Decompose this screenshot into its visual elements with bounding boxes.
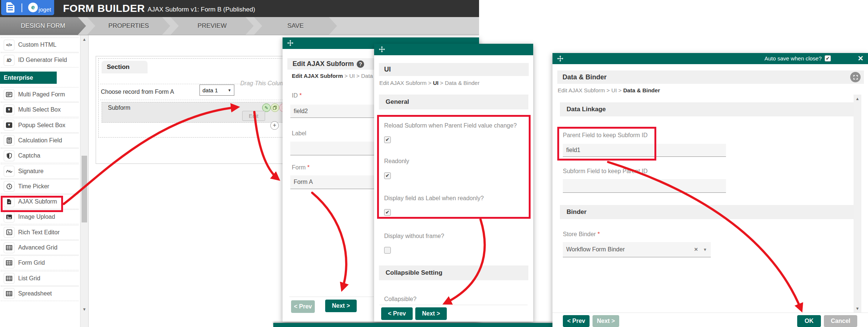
dialog3-next-button[interactable]: Next >	[593, 315, 619, 327]
label-field-input[interactable]	[290, 142, 378, 155]
sidebar-item-label: Popup Select Box	[18, 122, 65, 129]
section-title[interactable]: Section	[102, 61, 148, 73]
record-select[interactable]: data 1 ▼	[199, 85, 234, 96]
sidebar-item-advanced-grid[interactable]: Advanced Grid	[1, 240, 79, 255]
ok-button[interactable]: OK	[797, 315, 821, 327]
sidebar-item-label: ID Generator Field	[18, 57, 67, 63]
scroll-up-icon[interactable]: ▲	[854, 95, 861, 102]
dialog1-breadcrumb[interactable]: Edit AJAX Subform > UI > Data &	[292, 73, 378, 79]
dialog-data-binder: Auto save when close? ✕ Data & Binder Ed…	[552, 53, 868, 327]
expand-icon[interactable]	[850, 72, 861, 82]
subform-field-input[interactable]	[563, 179, 726, 193]
store-binder-label: Store Binder *	[563, 231, 600, 238]
sidebar-item-multi-paged-form[interactable]: Multi Paged Form	[1, 87, 79, 102]
section-binder: Binder	[560, 205, 859, 219]
sidebar-item-label: Form Grid	[18, 260, 45, 266]
add-column-button[interactable]: +	[270, 121, 279, 130]
autosave-checkbox[interactable]	[825, 55, 831, 62]
tab-save[interactable]: SAVE	[254, 17, 337, 35]
readonly-question-label: Readonly	[384, 158, 409, 165]
tab-design-form[interactable]: DESIGN FORM	[0, 17, 86, 35]
dialog3-breadcrumb[interactable]: Edit AJAX Subform > UI > Data & Binder	[558, 87, 660, 93]
richtext-icon	[4, 227, 14, 238]
clock-icon	[4, 181, 14, 192]
selectbox-icon: ▼	[4, 120, 14, 131]
tab-properties[interactable]: PROPERTIES	[87, 17, 170, 35]
id-field-input[interactable]: field2	[290, 105, 378, 118]
dialog2-breadcrumb[interactable]: Edit AJAX Subform > UI > Data & Binder	[379, 80, 479, 86]
sidebar-item-label: Time Picker	[18, 183, 49, 190]
subform-element-label: Subform	[108, 105, 130, 111]
sidebar-item-captcha[interactable]: Captcha	[1, 148, 79, 163]
dialog1-next-button[interactable]: Next >	[325, 300, 357, 312]
id-icon: ID	[4, 55, 14, 66]
readonly-checkbox[interactable]	[384, 172, 391, 179]
dialog2-titlebar[interactable]	[374, 44, 533, 55]
grid-icon	[4, 258, 14, 268]
display-label-checkbox[interactable]	[384, 209, 391, 216]
sidebar-scrollbar[interactable]: ▲ ▼	[80, 35, 89, 327]
tab-preview[interactable]: PREVIEW	[171, 17, 254, 35]
dialog3-titlebar[interactable]: Auto save when close? ✕	[552, 53, 868, 64]
sidebar-item-image-upload[interactable]: Image Upload	[1, 209, 79, 224]
sidebar-item-popup-select-box[interactable]: ▼Popup Select Box	[1, 118, 79, 133]
dialog3-scrollbar[interactable]: ▲ ▼	[854, 95, 861, 313]
scroll-up-icon[interactable]: ▲	[80, 36, 88, 43]
clear-icon[interactable]: ×	[694, 246, 698, 253]
section-collapsible: Collapsible Setting	[379, 265, 528, 280]
sidebar-item-time-picker[interactable]: Time Picker	[1, 179, 79, 194]
parent-field-input[interactable]: field1	[563, 144, 726, 157]
sidebar-item-calculation-field[interactable]: Calculation Field	[1, 133, 79, 148]
reload-checkbox[interactable]	[384, 136, 391, 143]
dialog1-title: Edit AJAX Subform	[293, 60, 354, 68]
dialog2-prev-button[interactable]: < Prev	[381, 307, 413, 320]
sidebar-item-list-grid[interactable]: List Grid	[1, 271, 79, 286]
dialog2-next-button[interactable]: Next >	[415, 307, 447, 320]
joget-logo[interactable]: e joget	[1, 0, 54, 15]
sidebar-item-ajax-subform[interactable]: AJAX Subform	[1, 194, 79, 209]
section-general: General	[379, 95, 528, 109]
sidebar-item-id-generator-field[interactable]: IDID Generator Field	[1, 53, 79, 67]
code-icon: </>	[4, 40, 14, 50]
sidebar-item-rich-text-editor[interactable]: Rich Text Editor	[1, 225, 79, 240]
form-field-input[interactable]: Form A	[290, 175, 378, 189]
sidebar-item-signature[interactable]: Signature	[1, 164, 79, 179]
scroll-down-icon[interactable]: ▼	[854, 305, 861, 312]
help-icon[interactable]: ?	[357, 60, 364, 68]
scroll-down-icon[interactable]: ▼	[80, 306, 88, 313]
copy-element-button[interactable]	[271, 103, 279, 112]
autosave-label: Auto save when close?	[765, 55, 822, 62]
multipage-icon	[4, 89, 14, 100]
sidebar-item-label: Spreadsheet	[18, 290, 52, 297]
subform-field-label: Subform Field to keep Parent ID	[563, 168, 648, 175]
selectbox-icon: ▼	[4, 105, 14, 115]
sidebar-item-label: Signature	[18, 168, 44, 175]
sidebar-item-form-grid[interactable]: Form Grid	[1, 255, 79, 270]
chevron-down-icon[interactable]: ▼	[703, 247, 707, 252]
hidden-dialog-titlebar	[273, 323, 554, 327]
cancel-button[interactable]: Cancel	[824, 315, 857, 327]
image-icon	[4, 212, 14, 222]
element-palette: </>Custom HTMLIDID Generator FieldEnterp…	[0, 35, 80, 327]
id-field-label: ID *	[292, 92, 302, 99]
sidebar-item-label: Calculation Field	[18, 137, 62, 144]
sidebar-item-label: Image Upload	[18, 214, 55, 220]
calculator-icon	[4, 135, 14, 146]
dialog3-prev-button[interactable]: < Prev	[563, 315, 590, 327]
move-icon	[557, 55, 564, 62]
grid-icon	[4, 242, 14, 253]
sidebar-item-spreadsheet[interactable]: Spreadsheet	[1, 286, 79, 301]
sidebar-scroll-thumb[interactable]	[82, 156, 87, 222]
sidebar-item-label: Rich Text Editor	[18, 229, 60, 236]
store-binder-select[interactable]: Workflow Form Binder × ▼	[563, 242, 711, 257]
dialog1-prev-button[interactable]: < Prev	[291, 300, 315, 313]
store-binder-value: Workflow Form Binder	[566, 246, 694, 253]
sidebar-item-multi-select-box[interactable]: ▼Multi Select Box	[1, 102, 79, 117]
palette-section-enterprise: Enterprise	[0, 72, 57, 84]
form-subtitle: AJAX Subform v1: Form B (Published)	[148, 6, 255, 13]
sidebar-item-label: Multi Paged Form	[18, 91, 65, 98]
sidebar-item-custom-html[interactable]: </>Custom HTML	[1, 37, 79, 52]
document-icon	[6, 2, 14, 13]
noframe-checkbox[interactable]	[384, 247, 391, 254]
close-icon[interactable]: ✕	[858, 54, 864, 63]
